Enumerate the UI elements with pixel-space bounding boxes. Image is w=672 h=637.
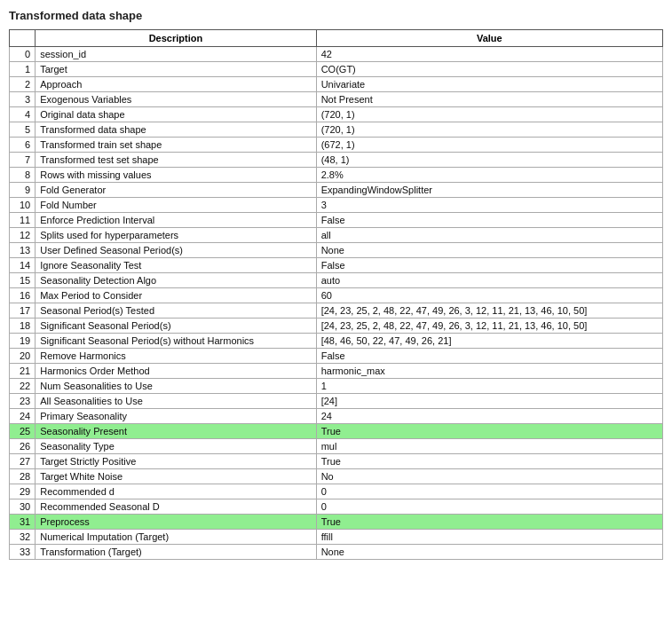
row-value: True [316,454,662,469]
row-description: Preprocess [36,515,316,530]
row-value: No [316,469,662,484]
row-description: Significant Seasonal Period(s) without H… [36,334,316,349]
table-row: 6Transformed train set shape(672, 1) [10,138,663,153]
row-index: 15 [10,273,36,288]
row-index: 31 [10,515,36,530]
row-description: Numerical Imputation (Target) [36,530,316,545]
row-description: Transformed test set shape [36,153,316,168]
table-row: 13User Defined Seasonal Period(s)None [10,243,663,258]
row-description: Enforce Prediction Interval [36,213,316,228]
row-index: 23 [10,394,36,409]
row-value: (720, 1) [316,122,662,138]
row-description: session_id [36,47,316,62]
row-index: 18 [10,318,36,334]
row-value: [24, 23, 25, 2, 48, 22, 47, 49, 26, 3, 1… [316,318,662,334]
row-value: 0 [316,484,662,499]
row-description: Transformation (Target) [36,545,316,560]
row-index: 17 [10,303,36,318]
table-row: 20Remove HarmonicsFalse [10,349,663,364]
col-value-header: Value [316,30,662,47]
row-description: Seasonality Type [36,439,316,454]
row-value: 0 [316,499,662,515]
row-index: 26 [10,439,36,454]
row-description: Transformed train set shape [36,138,316,153]
table-row: 1TargetCO(GT) [10,62,663,77]
table-row: 15Seasonality Detection Algoauto [10,273,663,288]
row-index: 11 [10,213,36,228]
row-description: Exogenous Variables [36,92,316,107]
row-index: 27 [10,454,36,469]
row-value: (48, 1) [316,153,662,168]
row-value: 24 [316,409,662,424]
row-description: Fold Generator [36,183,316,198]
row-value: Not Present [316,92,662,107]
row-description: All Seasonalities to Use [36,394,316,409]
row-value: mul [316,439,662,454]
row-description: Transformed data shape [36,122,316,138]
row-value: 60 [316,288,662,303]
row-description: Seasonal Period(s) Tested [36,303,316,318]
table-row: 0session_id42 [10,47,663,62]
row-value: None [316,243,662,258]
row-index: 10 [10,198,36,213]
table-row: 18Significant Seasonal Period(s)[24, 23,… [10,318,663,334]
row-index: 19 [10,334,36,349]
row-description: Num Seasonalities to Use [36,379,316,394]
table-row: 9Fold GeneratorExpandingWindowSplitter [10,183,663,198]
table-row: 23All Seasonalities to Use[24] [10,394,663,409]
row-description: Primary Seasonality [36,409,316,424]
row-index: 16 [10,288,36,303]
table-row: 14Ignore Seasonality TestFalse [10,258,663,273]
table-row: 33Transformation (Target)None [10,545,663,560]
row-index: 2 [10,77,36,92]
table-row: 5Transformed data shape(720, 1) [10,122,663,138]
row-description: Max Period to Consider [36,288,316,303]
row-value: (720, 1) [316,107,662,122]
row-value: True [316,424,662,439]
row-value: [24, 23, 25, 2, 48, 22, 47, 49, 26, 3, 1… [316,303,662,318]
row-description: Splits used for hyperparameters [36,228,316,243]
table-row: 11Enforce Prediction IntervalFalse [10,213,663,228]
row-value: (672, 1) [316,138,662,153]
row-value: [48, 46, 50, 22, 47, 49, 26, 21] [316,334,662,349]
row-value: 42 [316,47,662,62]
row-value: False [316,258,662,273]
row-index: 28 [10,469,36,484]
row-index: 22 [10,379,36,394]
table-row: 12Splits used for hyperparametersall [10,228,663,243]
row-index: 6 [10,138,36,153]
table-row: 17Seasonal Period(s) Tested[24, 23, 25, … [10,303,663,318]
table-row: 30Recommended Seasonal D0 [10,499,663,515]
table-row: 28Target White NoiseNo [10,469,663,484]
row-description: Target [36,62,316,77]
row-index: 9 [10,183,36,198]
row-value: False [316,349,662,364]
table-row: 2ApproachUnivariate [10,77,663,92]
row-value: False [316,213,662,228]
page-title: Transformed data shape [9,9,663,22]
row-index: 20 [10,349,36,364]
row-description: Remove Harmonics [36,349,316,364]
row-index: 7 [10,153,36,168]
row-description: User Defined Seasonal Period(s) [36,243,316,258]
row-index: 30 [10,499,36,515]
table-row: 25Seasonality PresentTrue [10,424,663,439]
row-index: 4 [10,107,36,122]
row-value: True [316,515,662,530]
table-row: 22Num Seasonalities to Use1 [10,379,663,394]
row-value: Univariate [316,77,662,92]
table-row: 31PreprocessTrue [10,515,663,530]
table-row: 24Primary Seasonality24 [10,409,663,424]
table-row: 27Target Strictly PositiveTrue [10,454,663,469]
table-row: 10Fold Number3 [10,198,663,213]
row-index: 33 [10,545,36,560]
row-description: Recommended Seasonal D [36,499,316,515]
table-row: 7Transformed test set shape(48, 1) [10,153,663,168]
col-description-header: Description [36,30,316,47]
row-value: [24] [316,394,662,409]
table-row: 29Recommended d0 [10,484,663,499]
row-index: 13 [10,243,36,258]
row-index: 1 [10,62,36,77]
table-row: 16Max Period to Consider60 [10,288,663,303]
table-row: 19Significant Seasonal Period(s) without… [10,334,663,349]
